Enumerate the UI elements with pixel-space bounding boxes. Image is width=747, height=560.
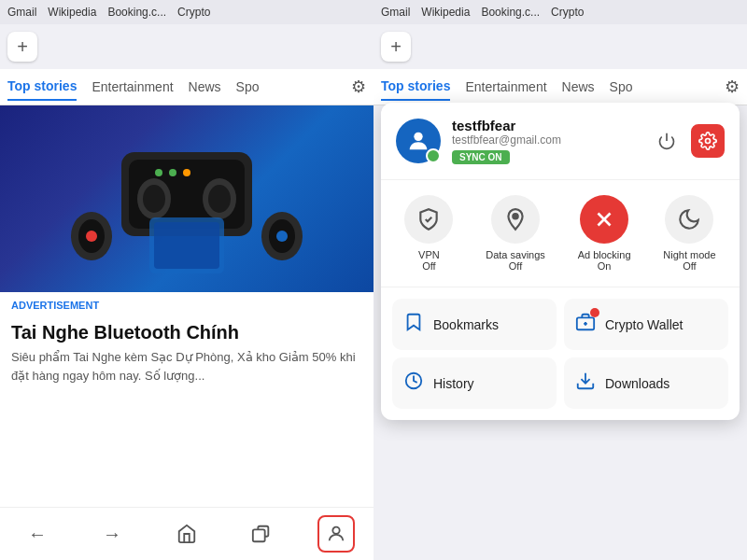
left-panel: Gmail Wikipedia Booking.c... Crypto + To… bbox=[0, 0, 374, 560]
new-tab-button-left[interactable]: + bbox=[7, 32, 37, 62]
svg-point-14 bbox=[276, 231, 288, 242]
svg-point-19 bbox=[414, 133, 422, 141]
ad-blocking-label: Ad blockingOn bbox=[578, 249, 631, 272]
bookmarks-menu-item[interactable]: Bookmarks bbox=[392, 299, 557, 350]
tabs-bar-right: Top stories Entertainment News Spo ⚙ bbox=[374, 69, 747, 105]
bookmark-crypto[interactable]: Crypto bbox=[177, 6, 210, 19]
r-tab-sports[interactable]: Spo bbox=[610, 74, 633, 100]
sync-badge[interactable]: SYNC ON bbox=[452, 150, 510, 164]
r-bookmark-gmail[interactable]: Gmail bbox=[381, 6, 410, 19]
downloads-menu-item[interactable]: Downloads bbox=[564, 357, 728, 409]
tab-entertainment[interactable]: Entertainment bbox=[92, 74, 173, 100]
night-mode-feature[interactable]: Night modeOff bbox=[663, 195, 715, 272]
bookmarks-bar-right: Gmail Wikipedia Booking.c... Crypto bbox=[374, 0, 747, 24]
features-row: VPNOff Data savingsOff bbox=[381, 180, 740, 287]
tab-filter-icon[interactable]: ⚙ bbox=[351, 77, 366, 97]
r-bookmark-wikipedia[interactable]: Wikipedia bbox=[421, 6, 470, 19]
night-mode-icon bbox=[665, 195, 713, 244]
crypto-badge bbox=[590, 308, 599, 317]
svg-point-18 bbox=[332, 527, 339, 534]
home-button[interactable] bbox=[168, 515, 205, 553]
power-button[interactable] bbox=[650, 124, 684, 158]
svg-point-3 bbox=[169, 169, 176, 176]
tab-sports[interactable]: Spo bbox=[236, 74, 260, 100]
crypto-wallet-label: Crypto Wallet bbox=[605, 317, 684, 332]
article-desc: Siêu phẩm Tai Nghe kèm Sạc Dự Phòng, Xả … bbox=[0, 348, 374, 385]
settings-button[interactable] bbox=[691, 124, 725, 158]
svg-rect-16 bbox=[154, 222, 219, 269]
tabs-button[interactable] bbox=[243, 515, 280, 553]
dropdown-menu: testfbfear testfbfear@gmail.com SYNC ON bbox=[381, 103, 740, 420]
night-mode-label: Night modeOff bbox=[663, 249, 715, 272]
forward-button[interactable]: → bbox=[93, 515, 131, 553]
menu-grid: Bookmarks Crypto Wallet bbox=[381, 287, 740, 420]
vpn-label: VPNOff bbox=[418, 249, 440, 272]
history-label: History bbox=[433, 376, 474, 391]
data-savings-feature[interactable]: Data savingsOff bbox=[486, 195, 545, 272]
data-savings-icon bbox=[491, 195, 540, 244]
downloads-label: Downloads bbox=[605, 376, 669, 391]
bookmarks-label: Bookmarks bbox=[433, 317, 499, 332]
svg-point-4 bbox=[183, 169, 190, 176]
r-tab-filter-icon[interactable]: ⚙ bbox=[725, 77, 740, 97]
svg-point-8 bbox=[208, 185, 231, 213]
r-tab-top-stories[interactable]: Top stories bbox=[381, 73, 450, 101]
account-button[interactable] bbox=[317, 515, 355, 553]
user-email: testfbfear@gmail.com bbox=[452, 133, 639, 147]
tab-news[interactable]: News bbox=[189, 74, 221, 100]
history-icon bbox=[403, 371, 424, 396]
new-tab-button-right[interactable]: + bbox=[381, 32, 411, 62]
bookmarks-bar-left: Gmail Wikipedia Booking.c... Crypto bbox=[0, 0, 374, 24]
svg-point-2 bbox=[155, 169, 162, 176]
earbuds-svg bbox=[65, 115, 308, 283]
bookmark-wikipedia[interactable]: Wikipedia bbox=[48, 6, 96, 19]
tab-top-stories[interactable]: Top stories bbox=[7, 73, 77, 101]
ad-label: ADVERTISEMENT bbox=[0, 292, 374, 313]
bottom-nav-left: ← → bbox=[0, 507, 374, 560]
crypto-wallet-icon bbox=[575, 312, 596, 337]
ad-blocking-feature[interactable]: Ad blockingOn bbox=[578, 195, 631, 272]
r-bookmark-crypto[interactable]: Crypto bbox=[551, 6, 584, 19]
bookmark-gmail[interactable]: Gmail bbox=[7, 6, 36, 19]
r-bookmark-booking[interactable]: Booking.c... bbox=[481, 6, 540, 19]
svg-point-6 bbox=[143, 185, 165, 213]
back-button[interactable]: ← bbox=[19, 515, 56, 553]
svg-point-21 bbox=[706, 139, 711, 144]
user-section: testfbfear testfbfear@gmail.com SYNC ON bbox=[381, 103, 740, 180]
r-tab-entertainment[interactable]: Entertainment bbox=[465, 74, 546, 100]
right-panel: Gmail Wikipedia Booking.c... Crypto + To… bbox=[374, 0, 747, 560]
bookmark-booking[interactable]: Booking.c... bbox=[107, 6, 166, 19]
content-area-left: ADVERTISEMENT Tai Nghe Bluetooth Chính S… bbox=[0, 105, 374, 507]
user-actions bbox=[650, 124, 725, 158]
svg-point-11 bbox=[86, 231, 97, 242]
r-tab-news[interactable]: News bbox=[562, 74, 595, 100]
svg-point-22 bbox=[513, 214, 517, 218]
user-info: testfbfear testfbfear@gmail.com SYNC ON bbox=[452, 118, 639, 164]
svg-rect-17 bbox=[253, 529, 265, 541]
tabs-bar-left: Top stories Entertainment News Spo ⚙ bbox=[0, 69, 374, 105]
article-image bbox=[0, 105, 374, 292]
downloads-icon bbox=[575, 371, 596, 396]
vpn-feature[interactable]: VPNOff bbox=[404, 195, 453, 272]
data-savings-label: Data savingsOff bbox=[486, 249, 545, 272]
article-title: Tai Nghe Bluetooth Chính bbox=[0, 313, 374, 348]
history-menu-item[interactable]: History bbox=[392, 357, 557, 409]
vpn-icon bbox=[404, 195, 453, 244]
ad-blocking-icon bbox=[580, 195, 628, 244]
avatar bbox=[396, 119, 441, 163]
crypto-wallet-menu-item[interactable]: Crypto Wallet bbox=[564, 299, 728, 350]
bookmarks-icon bbox=[403, 312, 424, 337]
username: testfbfear bbox=[452, 118, 639, 133]
avatar-online-badge bbox=[426, 148, 441, 163]
